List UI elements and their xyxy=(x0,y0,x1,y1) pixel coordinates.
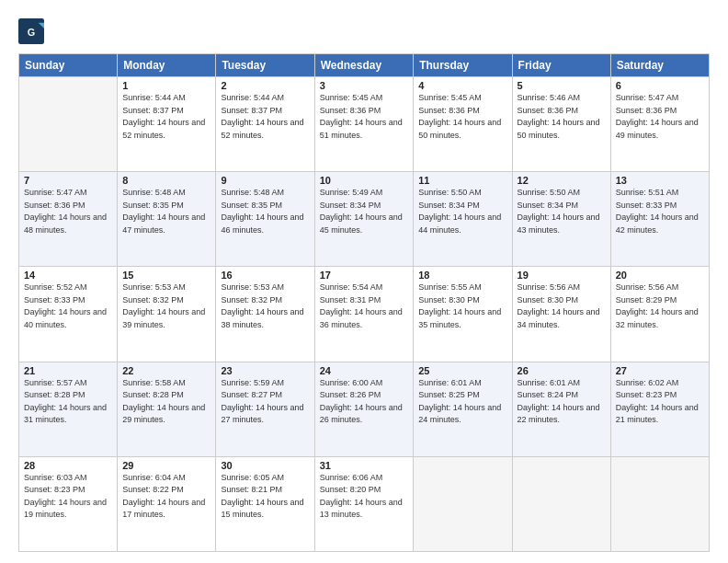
calendar-cell: 28Sunrise: 6:03 AMSunset: 8:23 PMDayligh… xyxy=(19,456,118,551)
calendar-cell: 22Sunrise: 5:58 AMSunset: 8:28 PMDayligh… xyxy=(118,362,216,456)
day-number: 18 xyxy=(418,270,506,281)
day-number: 14 xyxy=(24,270,112,281)
calendar-cell xyxy=(512,456,610,551)
calendar-cell xyxy=(610,456,709,551)
calendar-cell: 7Sunrise: 5:47 AMSunset: 8:36 PMDaylight… xyxy=(19,172,118,267)
calendar-cell: 27Sunrise: 6:02 AMSunset: 8:23 PMDayligh… xyxy=(610,362,709,456)
day-number: 16 xyxy=(221,270,309,281)
calendar-cell: 18Sunrise: 5:55 AMSunset: 8:30 PMDayligh… xyxy=(414,267,512,362)
day-number: 13 xyxy=(616,175,704,186)
day-number: 23 xyxy=(221,365,309,376)
calendar-table: SundayMondayTuesdayWednesdayThursdayFrid… xyxy=(18,53,710,552)
day-info: Sunrise: 5:45 AMSunset: 8:36 PMDaylight:… xyxy=(418,92,506,142)
calendar-week-row: 21Sunrise: 5:57 AMSunset: 8:28 PMDayligh… xyxy=(19,362,710,456)
day-info: Sunrise: 5:59 AMSunset: 8:27 PMDaylight:… xyxy=(221,377,309,427)
calendar-cell: 25Sunrise: 6:01 AMSunset: 8:25 PMDayligh… xyxy=(414,362,512,456)
day-number: 8 xyxy=(122,175,210,186)
day-number: 2 xyxy=(221,80,309,91)
day-info: Sunrise: 5:44 AMSunset: 8:37 PMDaylight:… xyxy=(221,92,309,142)
day-number: 7 xyxy=(24,175,112,186)
calendar-cell: 12Sunrise: 5:50 AMSunset: 8:34 PMDayligh… xyxy=(512,172,610,267)
day-info: Sunrise: 5:45 AMSunset: 8:36 PMDaylight:… xyxy=(320,92,409,142)
day-info: Sunrise: 5:53 AMSunset: 8:32 PMDaylight:… xyxy=(221,282,309,331)
calendar-cell xyxy=(414,456,512,551)
day-number: 4 xyxy=(418,80,506,91)
day-info: Sunrise: 5:57 AMSunset: 8:28 PMDaylight:… xyxy=(24,377,112,427)
day-info: Sunrise: 6:03 AMSunset: 8:23 PMDaylight:… xyxy=(24,472,112,522)
day-number: 25 xyxy=(418,365,506,376)
day-number: 24 xyxy=(320,365,409,376)
calendar-cell: 17Sunrise: 5:54 AMSunset: 8:31 PMDayligh… xyxy=(314,267,414,362)
calendar-cell: 31Sunrise: 6:06 AMSunset: 8:20 PMDayligh… xyxy=(314,456,414,551)
weekday-header-saturday: Saturday xyxy=(610,54,709,77)
calendar-cell: 9Sunrise: 5:48 AMSunset: 8:35 PMDaylight… xyxy=(216,172,314,267)
calendar-cell: 20Sunrise: 5:56 AMSunset: 8:29 PMDayligh… xyxy=(610,267,709,362)
weekday-header-monday: Monday xyxy=(118,54,216,77)
calendar-cell: 16Sunrise: 5:53 AMSunset: 8:32 PMDayligh… xyxy=(216,267,314,362)
day-number: 5 xyxy=(518,80,606,91)
day-number: 1 xyxy=(122,80,210,91)
calendar-cell: 4Sunrise: 5:45 AMSunset: 8:36 PMDaylight… xyxy=(414,77,512,172)
calendar-cell: 13Sunrise: 5:51 AMSunset: 8:33 PMDayligh… xyxy=(610,172,709,267)
day-info: Sunrise: 5:56 AMSunset: 8:29 PMDaylight:… xyxy=(616,282,704,331)
calendar-cell: 23Sunrise: 5:59 AMSunset: 8:27 PMDayligh… xyxy=(216,362,314,456)
day-info: Sunrise: 6:00 AMSunset: 8:26 PMDaylight:… xyxy=(320,377,409,427)
day-number: 22 xyxy=(122,365,210,376)
day-info: Sunrise: 6:06 AMSunset: 8:20 PMDaylight:… xyxy=(320,472,409,522)
day-info: Sunrise: 5:44 AMSunset: 8:37 PMDaylight:… xyxy=(122,92,210,142)
day-info: Sunrise: 6:01 AMSunset: 8:24 PMDaylight:… xyxy=(518,377,606,427)
header: G xyxy=(18,15,710,44)
day-info: Sunrise: 5:53 AMSunset: 8:32 PMDaylight:… xyxy=(122,282,210,331)
calendar-cell: 1Sunrise: 5:44 AMSunset: 8:37 PMDaylight… xyxy=(118,77,216,172)
calendar-cell: 11Sunrise: 5:50 AMSunset: 8:34 PMDayligh… xyxy=(414,172,512,267)
day-number: 30 xyxy=(221,460,309,471)
day-number: 12 xyxy=(518,175,606,186)
day-number: 15 xyxy=(122,270,210,281)
day-info: Sunrise: 5:55 AMSunset: 8:30 PMDaylight:… xyxy=(418,282,506,331)
day-info: Sunrise: 5:50 AMSunset: 8:34 PMDaylight:… xyxy=(518,187,606,236)
calendar-cell xyxy=(19,77,118,172)
calendar-cell: 26Sunrise: 6:01 AMSunset: 8:24 PMDayligh… xyxy=(512,362,610,456)
calendar-cell: 30Sunrise: 6:05 AMSunset: 8:21 PMDayligh… xyxy=(216,456,314,551)
weekday-header-tuesday: Tuesday xyxy=(216,54,314,77)
day-info: Sunrise: 5:52 AMSunset: 8:33 PMDaylight:… xyxy=(24,282,112,331)
calendar-cell: 10Sunrise: 5:49 AMSunset: 8:34 PMDayligh… xyxy=(314,172,414,267)
calendar-cell: 15Sunrise: 5:53 AMSunset: 8:32 PMDayligh… xyxy=(118,267,216,362)
day-number: 10 xyxy=(320,175,409,186)
weekday-header-sunday: Sunday xyxy=(19,54,118,77)
day-number: 17 xyxy=(320,270,409,281)
calendar-cell: 5Sunrise: 5:46 AMSunset: 8:36 PMDaylight… xyxy=(512,77,610,172)
calendar-week-row: 1Sunrise: 5:44 AMSunset: 8:37 PMDaylight… xyxy=(19,77,710,172)
day-info: Sunrise: 5:58 AMSunset: 8:28 PMDaylight:… xyxy=(122,377,210,427)
calendar-cell: 2Sunrise: 5:44 AMSunset: 8:37 PMDaylight… xyxy=(216,77,314,172)
logo: G xyxy=(18,18,46,44)
day-info: Sunrise: 5:56 AMSunset: 8:30 PMDaylight:… xyxy=(518,282,606,331)
day-number: 31 xyxy=(320,460,409,471)
day-number: 3 xyxy=(320,80,409,91)
day-info: Sunrise: 5:51 AMSunset: 8:33 PMDaylight:… xyxy=(616,187,704,236)
calendar-cell: 14Sunrise: 5:52 AMSunset: 8:33 PMDayligh… xyxy=(19,267,118,362)
calendar-cell: 3Sunrise: 5:45 AMSunset: 8:36 PMDaylight… xyxy=(314,77,414,172)
day-number: 11 xyxy=(418,175,506,186)
day-number: 28 xyxy=(24,460,112,471)
calendar-cell: 24Sunrise: 6:00 AMSunset: 8:26 PMDayligh… xyxy=(314,362,414,456)
day-info: Sunrise: 6:04 AMSunset: 8:22 PMDaylight:… xyxy=(122,472,210,522)
weekday-header-row: SundayMondayTuesdayWednesdayThursdayFrid… xyxy=(19,54,710,77)
day-info: Sunrise: 5:50 AMSunset: 8:34 PMDaylight:… xyxy=(418,187,506,236)
day-info: Sunrise: 6:05 AMSunset: 8:21 PMDaylight:… xyxy=(221,472,309,522)
calendar-page: G SundayMondayTuesdayWednesdayThursdayFr… xyxy=(0,0,728,563)
day-info: Sunrise: 5:46 AMSunset: 8:36 PMDaylight:… xyxy=(518,92,606,142)
calendar-cell: 8Sunrise: 5:48 AMSunset: 8:35 PMDaylight… xyxy=(118,172,216,267)
calendar-cell: 6Sunrise: 5:47 AMSunset: 8:36 PMDaylight… xyxy=(610,77,709,172)
logo-icon: G xyxy=(18,18,44,44)
day-number: 6 xyxy=(616,80,704,91)
calendar-week-row: 7Sunrise: 5:47 AMSunset: 8:36 PMDaylight… xyxy=(19,172,710,267)
day-number: 9 xyxy=(221,175,309,186)
weekday-header-thursday: Thursday xyxy=(414,54,512,77)
day-info: Sunrise: 5:47 AMSunset: 8:36 PMDaylight:… xyxy=(24,187,112,236)
weekday-header-wednesday: Wednesday xyxy=(314,54,414,77)
day-info: Sunrise: 6:02 AMSunset: 8:23 PMDaylight:… xyxy=(616,377,704,427)
svg-text:G: G xyxy=(28,27,35,38)
weekday-header-friday: Friday xyxy=(512,54,610,77)
calendar-cell: 19Sunrise: 5:56 AMSunset: 8:30 PMDayligh… xyxy=(512,267,610,362)
